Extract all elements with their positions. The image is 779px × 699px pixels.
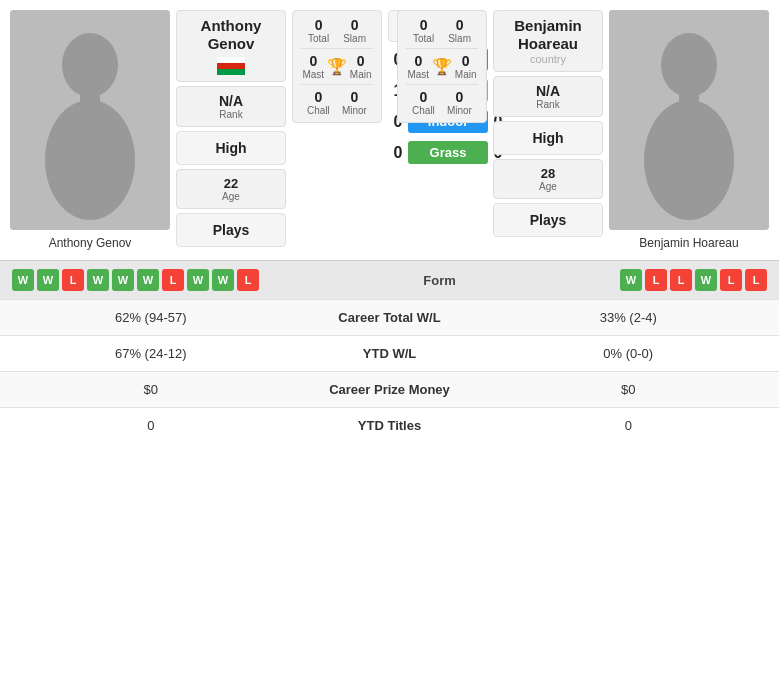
left-form-badges: WWLWWWLWWL bbox=[12, 269, 259, 291]
right-form-badge-5: L bbox=[745, 269, 767, 291]
right-minor-item: 0 Minor bbox=[447, 89, 472, 116]
stats-right-3: 0 bbox=[490, 418, 768, 433]
stats-label-3: YTD Titles bbox=[290, 418, 490, 433]
right-chall-minor-row: 0 Chall 0 Minor bbox=[406, 89, 478, 116]
stats-label-1: YTD W/L bbox=[290, 346, 490, 361]
stats-right-2: $0 bbox=[490, 382, 768, 397]
svg-rect-3 bbox=[80, 92, 100, 110]
flag-green-stripe bbox=[217, 69, 245, 75]
left-mast-main-row: 0 Mast 🏆 0 Main bbox=[301, 53, 373, 80]
stats-row-3: 0YTD Titles0 bbox=[0, 407, 779, 443]
left-divider2 bbox=[301, 84, 373, 85]
main-container: Anthony Genov AnthonyGenov N/A Rank bbox=[0, 0, 779, 443]
left-stats-col: AnthonyGenov N/A Rank High 22 A bbox=[176, 10, 286, 247]
right-divider1 bbox=[406, 48, 478, 49]
left-form-badge-4: W bbox=[112, 269, 134, 291]
left-total-value: 0 bbox=[308, 17, 329, 33]
right-age-value: 28 bbox=[502, 166, 594, 181]
right-slam-label: Slam bbox=[448, 33, 471, 44]
left-age-box: 22 Age bbox=[176, 169, 286, 209]
left-form-badge-5: W bbox=[137, 269, 159, 291]
right-form-badge-2: L bbox=[670, 269, 692, 291]
right-divider2 bbox=[406, 84, 478, 85]
right-chall-value: 0 bbox=[412, 89, 435, 105]
right-main-item: 0 Main bbox=[455, 53, 477, 80]
left-mast-item: 0 Mast bbox=[302, 53, 324, 80]
left-main-item: 0 Main bbox=[350, 53, 372, 80]
stats-right-1: 0% (0-0) bbox=[490, 346, 768, 361]
left-total-slam-row: 0 Total 0 Slam bbox=[301, 17, 373, 44]
right-mast-item: 0 Mast bbox=[407, 53, 429, 80]
left-chall-minor-row: 0 Chall 0 Minor bbox=[301, 89, 373, 116]
left-total-item: 0 Total bbox=[308, 17, 329, 44]
bulgaria-flag bbox=[217, 57, 245, 75]
left-slam-item: 0 Slam bbox=[343, 17, 366, 44]
right-player-silhouette bbox=[609, 10, 769, 230]
stats-right-0: 33% (2-4) bbox=[490, 310, 768, 325]
left-player-silhouette bbox=[10, 10, 170, 230]
stats-left-1: 67% (24-12) bbox=[12, 346, 290, 361]
right-player-name: BenjaminHoareau bbox=[502, 17, 594, 53]
stats-row-1: 67% (24-12)YTD W/L0% (0-0) bbox=[0, 335, 779, 371]
stats-left-2: $0 bbox=[12, 382, 290, 397]
left-chall-item: 0 Chall bbox=[307, 89, 330, 116]
right-age-box: 28 Age bbox=[493, 159, 603, 199]
svg-point-6 bbox=[644, 100, 734, 220]
left-minor-value: 0 bbox=[342, 89, 367, 105]
stats-left-3: 0 bbox=[12, 418, 290, 433]
hard-surface-row: 0 Hard 0 bbox=[388, 46, 391, 73]
svg-point-5 bbox=[661, 33, 717, 97]
right-total-item: 0 Total bbox=[413, 17, 434, 44]
right-player-name-below: Benjamin Hoareau bbox=[639, 236, 738, 250]
svg-point-2 bbox=[45, 100, 135, 220]
right-name-flag-box: BenjaminHoareau country bbox=[493, 10, 603, 72]
right-player-section: Benjamin Hoareau bbox=[609, 10, 769, 250]
left-mast-label: Mast bbox=[302, 69, 324, 80]
left-totals-box: 0 Total 0 Slam 0 Mast 🏆 bbox=[292, 10, 382, 123]
left-slam-label: Slam bbox=[343, 33, 366, 44]
stats-row-2: $0Career Prize Money$0 bbox=[0, 371, 779, 407]
left-name-flag-box: AnthonyGenov bbox=[176, 10, 286, 82]
indoor-surface-row: 0 Indoor 0 bbox=[388, 108, 391, 135]
right-total-label: Total bbox=[413, 33, 434, 44]
left-rank-box: N/A Rank bbox=[176, 86, 286, 127]
stats-label-2: Career Prize Money bbox=[290, 382, 490, 397]
left-divider1 bbox=[301, 48, 373, 49]
right-form-badge-0: W bbox=[620, 269, 642, 291]
right-form-badge-1: L bbox=[645, 269, 667, 291]
grass-badge: Grass bbox=[408, 141, 488, 164]
right-plays-block: Plays bbox=[493, 203, 603, 237]
left-form-badge-0: W bbox=[12, 269, 34, 291]
stats-left-0: 62% (94-57) bbox=[12, 310, 290, 325]
left-totals-col: 0 Total 0 Slam 0 Mast 🏆 bbox=[292, 10, 382, 123]
right-totals-col: 0 Total 0 Slam 0 Mast 🏆 bbox=[397, 10, 487, 123]
clay-surface-row: 1 Clay 0 bbox=[388, 77, 391, 104]
right-mast-value: 0 bbox=[407, 53, 429, 69]
left-form-badge-3: W bbox=[87, 269, 109, 291]
right-rank-label: Rank bbox=[502, 99, 594, 110]
right-high-block: High bbox=[493, 121, 603, 155]
right-player-photo bbox=[609, 10, 769, 230]
left-player-photo bbox=[10, 10, 170, 230]
right-chall-label: Chall bbox=[412, 105, 435, 116]
left-plays-block: Plays bbox=[176, 213, 286, 247]
right-stats-col: BenjaminHoareau country N/A Rank High 28… bbox=[493, 10, 603, 237]
right-total-slam-row: 0 Total 0 Slam bbox=[406, 17, 478, 44]
right-slam-item: 0 Slam bbox=[448, 17, 471, 44]
left-form-badge-9: L bbox=[237, 269, 259, 291]
right-totals-box: 0 Total 0 Slam 0 Mast 🏆 bbox=[397, 10, 487, 123]
left-high-block: High bbox=[176, 131, 286, 165]
left-form-badge-7: W bbox=[187, 269, 209, 291]
left-player-section: Anthony Genov bbox=[10, 10, 170, 250]
left-player-flag bbox=[185, 57, 277, 75]
left-chall-value: 0 bbox=[307, 89, 330, 105]
left-rank-label: Rank bbox=[185, 109, 277, 120]
right-form-badge-3: W bbox=[695, 269, 717, 291]
left-main-value: 0 bbox=[350, 53, 372, 69]
left-form-badge-8: W bbox=[212, 269, 234, 291]
right-slam-value: 0 bbox=[448, 17, 471, 33]
left-main-label: Main bbox=[350, 69, 372, 80]
form-label: Form bbox=[259, 273, 620, 288]
form-section: WWLWWWLWWL Form WLLWLL bbox=[0, 260, 779, 299]
right-minor-value: 0 bbox=[447, 89, 472, 105]
